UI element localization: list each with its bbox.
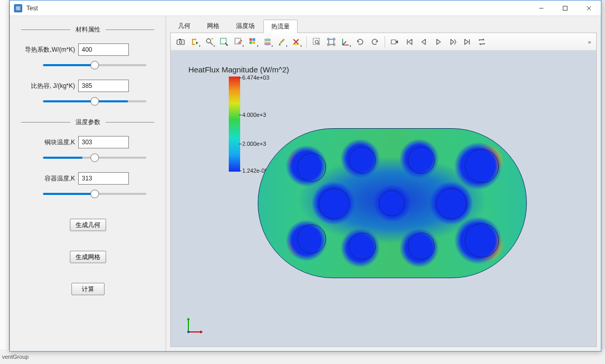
legend-max: 6.474e+03 bbox=[242, 74, 269, 81]
simulation-geometry bbox=[258, 128, 527, 278]
svg-rect-16 bbox=[293, 44, 299, 45]
svg-rect-4 bbox=[179, 39, 181, 40]
svg-rect-2 bbox=[177, 40, 184, 44]
svg-point-23 bbox=[187, 331, 189, 333]
tab-geometry[interactable]: 几何 bbox=[170, 19, 198, 33]
specific-heat-label: 比热容, J/(kg*K) bbox=[21, 82, 78, 90]
marquee-zoom-icon[interactable] bbox=[310, 35, 323, 49]
legend-bar bbox=[229, 77, 240, 172]
svg-rect-1 bbox=[563, 6, 567, 10]
app-window: Test 材料属性 导热系数,W/(m*K) 比热容, J/(kg*K) 温度 bbox=[9, 0, 601, 352]
rotate-ccw-icon[interactable] bbox=[353, 35, 367, 49]
maximize-button[interactable] bbox=[553, 1, 577, 16]
vessel-temp-input[interactable] bbox=[78, 172, 129, 185]
svg-rect-20 bbox=[391, 40, 396, 44]
toolbar-separator bbox=[385, 36, 385, 48]
svg-rect-15 bbox=[279, 44, 281, 46]
svg-rect-10 bbox=[249, 41, 252, 44]
copper-temp-label: 铜块温度,K bbox=[21, 138, 78, 147]
tab-temperature[interactable]: 温度场 bbox=[228, 19, 262, 33]
vessel-temp-label: 容器温度,K bbox=[21, 174, 78, 183]
legend-mid1: 4.000e+3 bbox=[242, 112, 266, 118]
svg-rect-11 bbox=[253, 41, 255, 44]
loop-icon[interactable] bbox=[475, 35, 489, 49]
play-icon[interactable] bbox=[432, 35, 445, 49]
close-button[interactable] bbox=[577, 1, 601, 16]
copper-temp-slider[interactable] bbox=[43, 157, 146, 159]
toolbar-overflow-icon[interactable]: » bbox=[588, 39, 593, 45]
group-header-material: 材料属性 bbox=[21, 25, 154, 34]
thermal-conductivity-slider[interactable] bbox=[43, 64, 146, 66]
rotate-cw-icon[interactable] bbox=[368, 35, 381, 49]
brush-icon[interactable] bbox=[275, 35, 289, 49]
last-frame-icon[interactable] bbox=[461, 35, 474, 49]
next-frame-icon[interactable] bbox=[446, 35, 460, 49]
fit-view-icon[interactable] bbox=[324, 35, 338, 49]
delete-icon[interactable] bbox=[290, 35, 303, 49]
generate-mesh-button[interactable]: 生成网格 bbox=[70, 251, 106, 263]
record-icon[interactable] bbox=[388, 35, 402, 49]
svg-point-3 bbox=[180, 41, 182, 43]
sidebar-panel: 材料属性 导热系数,W/(m*K) 比热容, J/(kg*K) 温度参数 铜块温… bbox=[10, 16, 166, 351]
layers-icon[interactable] bbox=[261, 35, 274, 49]
specific-heat-input[interactable] bbox=[78, 80, 129, 92]
find-data-icon[interactable] bbox=[203, 35, 216, 49]
first-frame-icon[interactable] bbox=[403, 35, 416, 49]
box-select-icon[interactable] bbox=[217, 35, 231, 49]
background-window-strip bbox=[0, 0, 9, 364]
viewer-toolbar: » bbox=[171, 33, 596, 51]
tab-heatflux[interactable]: 热流量 bbox=[263, 20, 298, 33]
prev-frame-icon[interactable] bbox=[417, 35, 431, 49]
minimize-button[interactable] bbox=[529, 1, 553, 16]
calculate-button[interactable]: 计算 bbox=[71, 283, 105, 295]
thermal-conductivity-label: 导热系数,W/(m*K) bbox=[21, 46, 78, 54]
copper-temp-input[interactable] bbox=[78, 136, 129, 148]
edit-color-icon[interactable] bbox=[232, 35, 245, 49]
grid-icon[interactable] bbox=[246, 35, 260, 49]
window-title: Test bbox=[26, 5, 38, 12]
thermal-conductivity-input[interactable] bbox=[78, 43, 129, 56]
vessel-temp-slider[interactable] bbox=[43, 193, 146, 195]
main-panel: 几何 网格 温度场 热流量 bbox=[166, 16, 601, 351]
svg-rect-8 bbox=[249, 38, 252, 41]
svg-point-12 bbox=[264, 39, 271, 41]
camera-icon[interactable] bbox=[174, 35, 187, 49]
svg-rect-19 bbox=[329, 39, 334, 44]
toolbar-separator bbox=[306, 36, 307, 48]
generate-geometry-button[interactable]: 生成几何 bbox=[70, 219, 106, 231]
background-footer: ventGroup bbox=[0, 350, 605, 364]
color-legend: 6.474e+03 4.000e+3 2.000e+3 1.242e-09 bbox=[229, 77, 240, 172]
axes-icon[interactable] bbox=[339, 35, 352, 49]
orientation-axes-icon bbox=[185, 314, 206, 335]
group-header-temperature: 温度参数 bbox=[21, 118, 154, 127]
svg-rect-9 bbox=[253, 38, 255, 41]
export-icon[interactable] bbox=[188, 35, 202, 49]
svg-point-13 bbox=[264, 41, 271, 43]
tab-bar: 几何 网格 温度场 热流量 bbox=[166, 16, 601, 33]
title-bar[interactable]: Test bbox=[10, 1, 601, 16]
view-panel: » HeatFlux Magnitude (W/m^2) 6.474e+03 4… bbox=[170, 33, 597, 347]
render-canvas[interactable]: HeatFlux Magnitude (W/m^2) 6.474e+03 4.0… bbox=[171, 51, 596, 346]
plot-title: HeatFlux Magnitude (W/m^2) bbox=[188, 65, 289, 74]
specific-heat-slider[interactable] bbox=[43, 100, 146, 102]
tab-mesh[interactable]: 网格 bbox=[199, 19, 227, 33]
app-icon bbox=[14, 4, 22, 12]
svg-point-14 bbox=[264, 43, 271, 45]
svg-point-5 bbox=[206, 39, 211, 43]
